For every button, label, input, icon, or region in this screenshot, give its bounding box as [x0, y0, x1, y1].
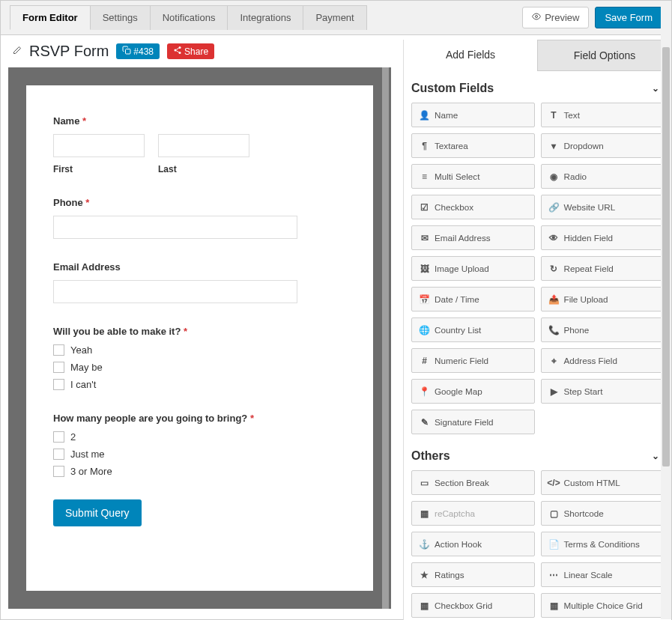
tab-form-editor[interactable]: Form Editor — [10, 5, 91, 30]
tab-add-fields[interactable]: Add Fields — [404, 40, 537, 71]
field-phone[interactable]: Phone * — [53, 197, 336, 239]
tab-settings[interactable]: Settings — [90, 5, 151, 30]
form-id-label: #438 — [133, 46, 154, 57]
form-canvas[interactable]: Name * First Last — [26, 85, 373, 591]
field-type-repeat-field[interactable]: ↻Repeat Field — [541, 256, 665, 281]
field-type-checkbox[interactable]: ☑Checkbox — [411, 195, 535, 219]
field-type-image-upload[interactable]: 🖼Image Upload — [411, 256, 535, 281]
checkbox-icon[interactable] — [53, 431, 64, 443]
count-opt-1[interactable]: Just me — [53, 449, 336, 460]
field-type-custom-html[interactable]: </>Custom HTML — [541, 470, 665, 495]
field-type-dropdown[interactable]: ▾Dropdown — [541, 133, 665, 158]
svg-point-2 — [179, 46, 181, 49]
field-type-label: Date / Time — [435, 294, 479, 304]
field-type-multiple-choice-grid[interactable]: ▦Multiple Choice Grid — [541, 593, 665, 618]
attend-opt-0[interactable]: Yeah — [53, 344, 336, 356]
field-type-signature-field[interactable]: ✎Signature Field — [411, 410, 535, 434]
field-type-label: Step Start — [564, 386, 603, 396]
preview-button[interactable]: Preview — [522, 7, 589, 28]
field-type-label: Phone — [564, 325, 590, 335]
field-type-date-time[interactable]: 📅Date / Time — [411, 287, 535, 311]
terms-icon: 📄 — [549, 539, 559, 549]
phone-label: Phone * — [53, 197, 336, 208]
field-type-name[interactable]: 👤Name — [411, 103, 535, 127]
field-type-terms-conditions[interactable]: 📄Terms & Conditions — [541, 532, 665, 556]
pin-icon: 📍 — [420, 386, 429, 396]
attend-opt-1[interactable]: May be — [53, 362, 336, 373]
field-type-shortcode[interactable]: ▢Shortcode — [541, 501, 665, 526]
field-type-email-address[interactable]: ✉Email Address — [411, 225, 535, 250]
tab-payment[interactable]: Payment — [303, 5, 366, 30]
phone-input[interactable] — [53, 216, 297, 239]
field-type-label: Checkbox Grid — [435, 601, 492, 610]
panel-body: Custom Fields ⌄ 👤NameTText¶Textarea▾Drop… — [404, 71, 671, 620]
save-form-button[interactable]: Save Form — [595, 7, 662, 28]
field-type-numeric-field[interactable]: #Numeric Field — [411, 348, 535, 373]
field-type-checkbox-grid[interactable]: ▦Checkbox Grid — [411, 593, 535, 618]
field-type-hidden-field[interactable]: 👁Hidden Field — [541, 225, 665, 250]
last-name-input[interactable] — [158, 134, 249, 157]
field-type-label: Text — [564, 110, 580, 120]
form-id-badge[interactable]: #438 — [116, 43, 160, 59]
count-opt-0[interactable]: 2 — [53, 431, 336, 443]
field-attend[interactable]: Will you be able to make it? * Yeah May … — [53, 326, 336, 390]
checkbox-icon[interactable] — [53, 449, 64, 460]
tab-field-options[interactable]: Field Options — [537, 40, 671, 71]
email-label: Email Address — [53, 261, 336, 273]
field-count[interactable]: How many people are you going to bring? … — [53, 413, 336, 477]
checkbox-icon[interactable] — [53, 362, 64, 373]
count-opt-2[interactable]: 3 or More — [53, 466, 336, 477]
top-bar: Form Editor Settings Notifications Integ… — [1, 1, 671, 35]
field-type-label: Multiple Choice Grid — [564, 601, 643, 610]
section-title: Others — [411, 449, 450, 463]
field-type-label: Shortcode — [564, 508, 604, 518]
field-type-recaptcha[interactable]: ▦reCaptcha — [411, 501, 535, 526]
field-type-label: Dropdown — [564, 141, 604, 151]
field-type-ratings[interactable]: ★Ratings — [411, 562, 535, 587]
field-type-google-map[interactable]: 📍Google Map — [411, 379, 535, 404]
field-type-radio[interactable]: ◉Radio — [541, 164, 665, 189]
first-name-input[interactable] — [53, 134, 145, 157]
field-type-phone[interactable]: 📞Phone — [541, 317, 665, 342]
tab-notifications[interactable]: Notifications — [150, 5, 228, 30]
svg-rect-1 — [126, 49, 131, 55]
upload-icon: 📤 — [549, 294, 559, 304]
field-type-label: Linear Scale — [564, 570, 613, 580]
section-custom-fields[interactable]: Custom Fields ⌄ — [407, 71, 668, 103]
hash-icon: # — [420, 356, 429, 365]
field-type-country-list[interactable]: 🌐Country List — [411, 317, 535, 342]
email-input[interactable] — [53, 280, 297, 303]
scrollbar-thumb[interactable] — [382, 67, 389, 609]
check-icon: ☑ — [420, 202, 429, 212]
checkbox-icon[interactable] — [53, 344, 64, 356]
field-type-section-break[interactable]: ▭Section Break — [411, 470, 535, 495]
field-type-label: Terms & Conditions — [564, 539, 640, 549]
field-type-multi-select[interactable]: ≡Multi Select — [411, 164, 535, 189]
attend-opt-2[interactable]: I can't — [53, 379, 336, 390]
checkbox-icon[interactable] — [53, 379, 64, 390]
field-type-textarea[interactable]: ¶Textarea — [411, 133, 535, 158]
sect-icon: ▭ — [420, 478, 429, 487]
field-type-file-upload[interactable]: 📤File Upload — [541, 287, 665, 311]
field-name[interactable]: Name * First Last — [53, 115, 336, 174]
field-type-website-url[interactable]: 🔗Website URL — [541, 195, 665, 219]
field-type-address-field[interactable]: ⌖Address Field — [541, 348, 665, 373]
section-others[interactable]: Others ⌄ — [407, 439, 668, 470]
field-type-text[interactable]: TText — [541, 103, 665, 127]
field-type-label: Multi Select — [435, 171, 479, 181]
field-email[interactable]: Email Address — [53, 261, 336, 303]
field-type-action-hook[interactable]: ⚓Action Hook — [411, 532, 535, 556]
canvas-scrollbar[interactable] — [382, 67, 389, 609]
scrollbar-thumb[interactable] — [662, 47, 670, 466]
top-actions: Preview Save Form — [522, 7, 662, 28]
addr-icon: ⌖ — [549, 356, 559, 365]
submit-button[interactable]: Submit Query — [53, 499, 142, 526]
tab-integrations[interactable]: Integrations — [227, 5, 303, 30]
page-scrollbar[interactable] — [661, 1, 671, 619]
share-button[interactable]: Share — [167, 43, 214, 59]
field-type-step-start[interactable]: ▶Step Start — [541, 379, 665, 404]
copy-icon — [122, 46, 131, 57]
svg-point-0 — [536, 16, 538, 18]
checkbox-icon[interactable] — [53, 466, 64, 477]
field-type-linear-scale[interactable]: ⋯Linear Scale — [541, 562, 665, 587]
